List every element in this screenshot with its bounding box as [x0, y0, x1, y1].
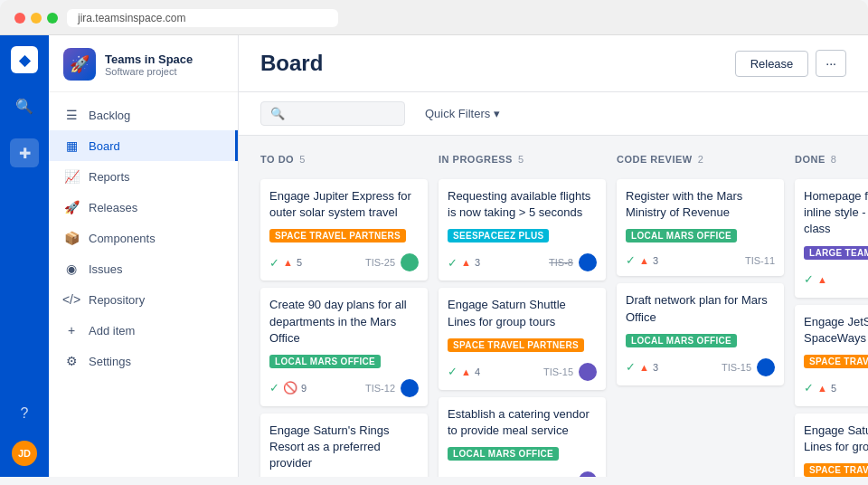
quick-filters-label: Quick Filters [425, 107, 490, 120]
url-bar[interactable]: jira.teamsinspace.com [67, 9, 338, 27]
card-icons: ✓ ▲ 3 [626, 253, 658, 267]
card-inprogress-2[interactable]: Engage Saturn Shuttle Lines for group to… [439, 288, 606, 389]
sidebar-item-label: Repository [89, 293, 145, 307]
card-done-3[interactable]: Engage Saturn Shuttle Lines for group to… [795, 414, 868, 477]
maximize-dot[interactable] [47, 13, 58, 24]
column-title-codereview: CODE REVIEW [617, 154, 693, 165]
count: 5 [831, 383, 836, 394]
sidebar-item-add-item[interactable]: + Add item [49, 315, 238, 346]
card-title: Engage Saturn's Rings Resort as a prefer… [269, 423, 419, 472]
card-meta: TIS-11 [745, 255, 775, 266]
column-count-todo: 5 [299, 154, 305, 165]
card-todo-1[interactable]: Engage Jupiter Express for outer solar s… [260, 179, 428, 281]
column-title-inprogress: IN PROGRESS [439, 154, 513, 165]
card-meta: TIS-15 [543, 471, 597, 477]
card-icons: ✓ ▲ 5 [804, 381, 836, 395]
help-icon[interactable]: ? [10, 399, 39, 428]
card-label: SPACE TRAVEL PARTNERS [804, 355, 868, 368]
check-icon: ✓ [626, 253, 636, 267]
quick-filters-button[interactable]: Quick Filters ▾ [416, 102, 509, 125]
releases-icon: 🚀 [63, 199, 80, 215]
card-inprogress-1[interactable]: Requesting available flights is now taki… [439, 179, 606, 281]
release-button[interactable]: Release [735, 51, 809, 77]
card-meta: TIS-8 [549, 253, 597, 271]
ticket-id: TIS-11 [745, 255, 775, 266]
sidebar-item-settings[interactable]: ⚙ Settings [49, 346, 238, 376]
ticket-id: TIS-15 [543, 366, 573, 377]
check-icon: ✓ [804, 272, 814, 286]
chevron-down-icon: ▾ [494, 107, 500, 120]
global-nav: ◆ 🔍 ✚ ? JD [0, 35, 49, 477]
ticket-id: TIS-8 [549, 257, 573, 268]
sidebar-nav: ☰ Backlog ▦ Board 📈 Reports 🚀 Releases 📦… [49, 92, 238, 384]
sidebar-item-releases[interactable]: 🚀 Releases [49, 192, 238, 223]
close-dot[interactable] [14, 13, 25, 24]
check-icon: ✓ [448, 256, 458, 270]
column-done: DONE 8 Homepage footer uses an inline st… [795, 150, 868, 462]
column-count-inprogress: 5 [518, 154, 524, 165]
card-title: Establish a catering vendor to provide m… [448, 406, 597, 439]
card-icons: ✓ ▲ 5 [269, 256, 302, 270]
sidebar-item-board[interactable]: ▦ Board [49, 130, 238, 161]
card-avatar [757, 358, 775, 376]
count: 3 [475, 257, 480, 268]
card-title: Homepage footer uses an inline style - s… [804, 188, 868, 238]
card-label: SEESPACEEZ PLUS [448, 229, 549, 242]
card-footer: ✓ ▲ 3 TIS-8 [448, 253, 597, 271]
card-footer: ✓ 🚫 9 TIS-12 [269, 379, 419, 397]
card-todo-2[interactable]: Create 90 day plans for all departments … [260, 288, 428, 406]
check-icon: ✓ [269, 381, 279, 395]
search-box[interactable]: 🔍 [260, 101, 405, 126]
card-done-1[interactable]: Homepage footer uses an inline style - s… [795, 179, 868, 298]
check-icon: ✓ [448, 365, 458, 378]
user-avatar[interactable]: JD [12, 441, 37, 466]
minimize-dot[interactable] [31, 13, 42, 24]
card-done-2[interactable]: Engage JetShuttle SpaceWays for travel S… [795, 305, 868, 406]
create-icon[interactable]: ✚ [10, 138, 39, 167]
sidebar-item-label: Board [89, 139, 120, 153]
issues-icon: ◉ [63, 261, 80, 277]
column-codereview: CODE REVIEW 2 Register with the Mars Min… [617, 150, 784, 462]
card-label: LOCAL MARS OFFICE [626, 334, 737, 347]
more-button[interactable]: ··· [816, 50, 846, 77]
card-icons: ✓ ▲ [804, 272, 827, 286]
sidebar-item-backlog[interactable]: ☰ Backlog [49, 100, 238, 130]
card-codereview-2[interactable]: Draft network plan for Mars Office LOCAL… [617, 283, 784, 385]
check-icon: ✓ [804, 381, 814, 395]
card-meta: TIS-12 [365, 379, 419, 397]
priority-icon: ▲ [817, 274, 827, 285]
app-logo[interactable]: ◆ [11, 46, 38, 73]
card-avatar [579, 363, 597, 381]
ticket-id: TIS-15 [543, 475, 573, 477]
page-header: Board Release ··· [239, 35, 868, 92]
card-icons: ✓ ▲ 4 [448, 474, 480, 477]
flag-icon: 🚫 [283, 381, 297, 395]
sidebar-item-label: Add item [89, 324, 135, 338]
priority-icon: ▲ [461, 257, 471, 268]
count: 5 [297, 257, 302, 268]
sidebar-item-issues[interactable]: ◉ Issues [49, 253, 238, 284]
card-title: Requesting available flights is now taki… [448, 188, 597, 221]
count: 9 [301, 383, 307, 394]
card-todo-3[interactable]: Engage Saturn's Rings Resort as a prefer… [260, 414, 428, 477]
card-footer: ✓ ▲ 4 TIS-15 [448, 363, 597, 381]
card-inprogress-3[interactable]: Establish a catering vendor to provide m… [439, 397, 606, 477]
main-content: Board Release ··· 🔍 Quick Filters ▾ TO D… [239, 35, 868, 477]
card-codereview-1[interactable]: Register with the Mars Ministry of Reven… [617, 179, 784, 276]
sidebar-item-reports[interactable]: 📈 Reports [49, 161, 238, 192]
sidebar-item-label: Reports [89, 170, 130, 184]
sidebar-item-repository[interactable]: </> Repository [49, 284, 238, 315]
card-label: LARGE TEAM SUPPORT [804, 246, 868, 260]
sidebar-item-label: Components [89, 232, 156, 245]
card-avatar [401, 253, 419, 271]
page-title: Board [260, 51, 323, 90]
card-icons: ✓ ▲ 3 [626, 360, 658, 374]
card-title: Draft network plan for Mars Office [626, 292, 775, 325]
column-header-codereview: CODE REVIEW 2 [617, 150, 784, 172]
check-icon: ✓ [626, 360, 636, 374]
reports-icon: 📈 [63, 168, 80, 185]
sidebar-item-components[interactable]: 📦 Components [49, 223, 238, 253]
card-meta: TIS-15 [722, 358, 775, 376]
search-icon[interactable]: 🔍 [10, 91, 39, 120]
column-header-inprogress: IN PROGRESS 5 [439, 150, 606, 172]
